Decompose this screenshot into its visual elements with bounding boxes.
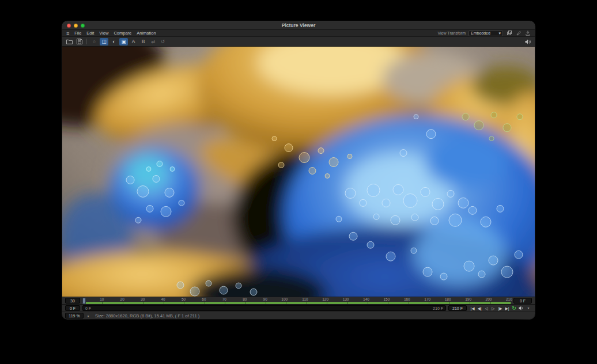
transport-options-caret[interactable]: ▾ [526,306,531,310]
compare-toggle-icon[interactable]: ◫ [100,38,108,46]
fit-view-icon[interactable]: ○ [90,38,99,46]
ruler-tick: 10 [84,297,104,302]
menu-edit[interactable]: Edit [86,31,94,36]
go-to-start-button[interactable]: |◀ [470,306,475,310]
ruler-tick: 90 [247,297,267,302]
new-window-icon[interactable] [506,31,512,36]
ruler-tick: 30 [124,297,145,302]
ruler-tick: 60 [186,297,206,302]
sound-icon[interactable] [519,306,524,310]
timeline-row: 30 1020304050607080901001101201301401501… [62,297,535,304]
ruler-tick: 20 [104,297,124,302]
ruler-tick: 200 [471,297,492,302]
play-reverse-button[interactable]: ◁ [484,306,489,310]
chevron-down-icon: ▾ [498,31,501,36]
save-image-icon[interactable] [524,31,531,36]
rendered-image [62,47,535,297]
ruler-tick: 110 [288,297,308,302]
range-bar-start-label: 0 F [85,306,91,310]
ruler-tick: 210 [492,297,512,302]
zoom-button[interactable] [81,24,85,28]
fps-field[interactable]: 30 [65,298,80,304]
swap-ab-icon[interactable]: ⇄ [149,38,157,46]
range-slider[interactable]: 0 F 210 F [82,305,446,311]
menu-compare[interactable]: Compare [114,31,131,36]
ruler-tick: 190 [451,297,471,302]
current-frame-field[interactable]: 0 F [513,298,532,304]
menu-view[interactable]: View [99,31,108,36]
save-icon[interactable] [75,38,84,46]
image-info-text: Size: 2880x1620, RGB (8 Bit), 15.41 MB, … [93,313,199,318]
range-row: 0 F 0 F 210 F 210 F |◀ ◀| ◁ ▷ |▶ ▶| ↻ ▾ [62,304,535,312]
step-forward-button[interactable]: |▶ [498,306,502,310]
window-title: Picture Viewer [62,22,535,28]
ruler-tick: 130 [328,297,349,302]
ruler-tick: 170 [410,297,430,302]
view-transform-label: View Transform [438,31,466,35]
loop-icon[interactable]: ↻ [512,306,516,311]
open-folder-icon[interactable] [65,38,74,46]
ruler-tick: 80 [226,297,247,302]
menu-file[interactable]: File [74,31,81,36]
ruler-tick: 40 [145,297,165,302]
channels-icon[interactable]: ▣ [119,38,128,46]
ruler-ticks: 1020304050607080901001101201301401501601… [82,297,511,302]
image-viewport[interactable] [62,47,535,297]
picture-viewer-window: Picture Viewer ≡ File Edit View Compare … [62,21,535,319]
menu-animation[interactable]: Animation [137,31,156,36]
reset-icon[interactable]: ↺ [158,38,167,46]
step-back-button[interactable]: ◀| [477,306,482,310]
status-row: 119 % ▾ Size: 2880x1620, RGB (8 Bit), 15… [62,312,535,319]
zoom-field[interactable]: 119 % [65,313,84,318]
close-button[interactable] [67,24,71,28]
contrast-icon[interactable]: ◐ [109,38,118,46]
ruler-tick: 100 [267,297,288,302]
range-end-field[interactable]: 210 F [448,305,467,311]
titlebar[interactable]: Picture Viewer [62,21,535,30]
timeline-ruler[interactable]: 1020304050607080901001101201301401501601… [82,297,511,305]
range-bar-end-label: 210 F [433,306,443,310]
view-transform-select[interactable]: Embedded ▾ [468,31,503,36]
ruler-tick: 70 [206,297,226,302]
zoom-caret-icon[interactable]: ▾ [86,314,90,318]
play-button[interactable]: ▷ [491,306,496,310]
menubar: ≡ File Edit View Compare Animation View … [62,30,535,37]
transport-controls: |◀ ◀| ◁ ▷ |▶ ▶| ↻ ▾ [469,306,532,311]
ruler-tick: 120 [308,297,328,302]
minimize-button[interactable] [74,24,78,28]
ruler-tick: 160 [390,297,410,302]
version-a-button[interactable]: A [129,38,138,46]
playhead-handle[interactable] [82,298,86,304]
go-to-end-button[interactable]: ▶| [505,306,509,310]
timeline-range-bar[interactable] [82,302,511,304]
version-b-button[interactable]: B [139,38,148,46]
view-transform-value: Embedded [471,31,490,35]
edit-icon[interactable] [515,31,522,36]
range-start-field[interactable]: 0 F [65,305,80,311]
menu-icon[interactable]: ≡ [66,31,69,36]
ruler-tick: 50 [165,297,186,302]
ruler-tick: 180 [430,297,451,302]
audio-icon[interactable] [523,38,532,46]
ruler-tick: 150 [369,297,390,302]
toolbar-divider [86,39,87,44]
toolbar: ○ ◫ ◐ ▣ A B ⇄ ↺ [62,37,535,47]
ruler-tick: 140 [349,297,369,302]
